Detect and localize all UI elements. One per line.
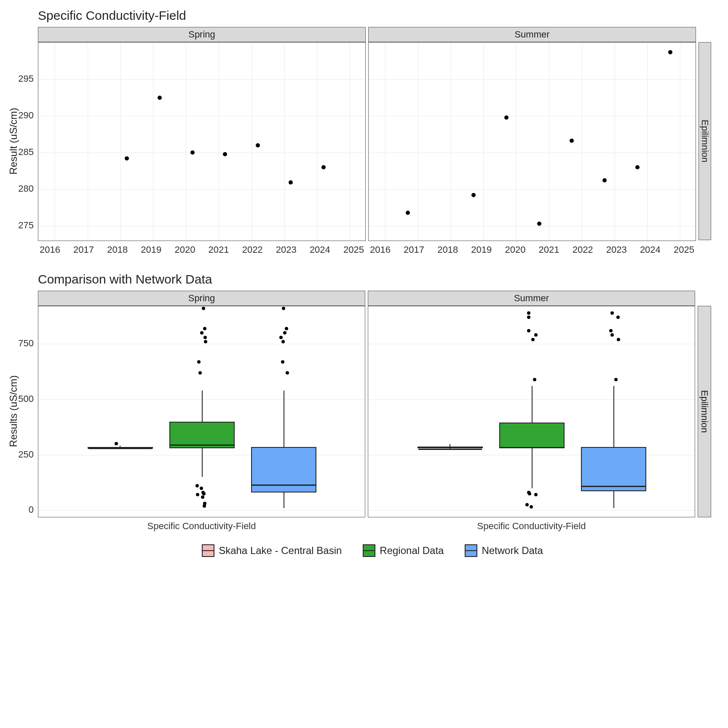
- x-tick: 2024: [310, 244, 330, 255]
- outlier-point: [609, 329, 613, 332]
- y-tick: 295: [18, 73, 34, 84]
- x-tick: 2016: [370, 244, 391, 255]
- legend-swatch: [202, 544, 214, 557]
- outlier-point: [200, 487, 203, 490]
- strip-right-top: Epilimnion: [699, 42, 711, 240]
- x-tick: 2025: [343, 244, 364, 255]
- box: [88, 447, 153, 449]
- scatter-point: [406, 211, 410, 215]
- scatter-panel: [368, 42, 696, 241]
- legend-label: Skaha Lake - Central Basin: [219, 545, 342, 557]
- y-tick: 290: [18, 110, 34, 121]
- x-tick: 2019: [141, 244, 161, 255]
- outlier-point: [531, 338, 535, 341]
- outlier-point: [203, 502, 206, 505]
- x-tick: 2022: [242, 244, 263, 255]
- box: [418, 447, 483, 448]
- scatter-point: [321, 165, 326, 169]
- x-tick: 2021: [209, 244, 229, 255]
- outlier-point: [200, 331, 203, 335]
- outlier-point: [614, 378, 618, 381]
- facet-header: Spring: [38, 291, 365, 306]
- top-facet-row: Spring 201620172018201920202021202220232…: [38, 27, 711, 255]
- outlier-point: [115, 442, 118, 445]
- outlier-point: [534, 493, 538, 496]
- top-facet-spring: Spring 201620172018201920202021202220232…: [38, 27, 366, 255]
- x-tick: 2021: [539, 244, 559, 255]
- legend: Skaha Lake - Central Basin Regional Data…: [34, 544, 711, 557]
- legend-item: Network Data: [465, 544, 543, 557]
- y-tick: 280: [18, 183, 34, 194]
- outlier-point: [201, 491, 205, 494]
- legend-item: Skaha Lake - Central Basin: [202, 544, 342, 557]
- scatter-point: [602, 178, 607, 182]
- x-axis-label: Specific Conductivity-Field: [368, 521, 695, 532]
- legend-label: Network Data: [482, 545, 543, 557]
- outlier-point: [527, 316, 530, 319]
- outlier-point: [525, 503, 529, 506]
- outlier-point: [281, 340, 285, 343]
- outlier-point: [617, 338, 620, 341]
- x-tick: 2023: [606, 244, 627, 255]
- scatter-point: [256, 143, 260, 147]
- outlier-point: [533, 378, 536, 381]
- outlier-point: [610, 333, 614, 337]
- strip-right-bottom: Epilimnion: [698, 306, 711, 517]
- x-tick: 2017: [73, 244, 94, 255]
- facet-header: Summer: [368, 27, 696, 42]
- x-tick: 2017: [404, 244, 424, 255]
- page: Specific Conductivity-Field Result (uS/c…: [0, 0, 728, 728]
- legend-item: Regional Data: [363, 544, 444, 557]
- legend-swatch: [363, 544, 375, 557]
- x-tick: 2025: [674, 244, 694, 255]
- chart-bottom-section: Comparison with Network Data Results (uS…: [34, 272, 711, 532]
- outlier-point: [281, 360, 284, 364]
- box: [581, 447, 646, 491]
- outlier-point: [203, 327, 206, 330]
- x-tick: 2016: [40, 244, 60, 255]
- outlier-point: [197, 360, 201, 364]
- outlier-point: [283, 331, 286, 335]
- y-axis-label-bottom: Results (uS/cm): [8, 375, 19, 447]
- outlier-point: [282, 307, 285, 310]
- bottom-facet-summer: Summer Specific Conductivity-Field: [368, 291, 695, 532]
- x-tick: 2018: [437, 244, 458, 255]
- y-tick: 275: [18, 220, 34, 231]
- scatter-point: [504, 115, 509, 120]
- bottom-facet-spring: Spring Specific Conductivity-Field 02505…: [38, 291, 365, 532]
- x-tick: 2019: [471, 244, 492, 255]
- x-tick: 2023: [276, 244, 297, 255]
- outlier-point: [201, 495, 204, 499]
- outlier-point: [198, 371, 202, 375]
- facet-header: Spring: [38, 27, 366, 42]
- chart-title-bottom: Comparison with Network Data: [38, 272, 711, 286]
- x-tick: 2024: [640, 244, 661, 255]
- y-tick: 500: [18, 393, 34, 404]
- scatter-point: [668, 50, 672, 54]
- outlier-point: [285, 327, 288, 330]
- legend-label: Regional Data: [380, 545, 444, 557]
- top-facet-summer: Summer 201620172018201920202021202220232…: [368, 27, 696, 255]
- boxplot-panel: [368, 306, 695, 517]
- outlier-point: [279, 336, 283, 339]
- outlier-point: [196, 493, 199, 496]
- x-tick: 2020: [174, 244, 195, 255]
- y-axis-label-top: Result (uS/cm): [8, 108, 19, 175]
- scatter-point: [289, 180, 293, 185]
- outlier-point: [534, 333, 538, 337]
- y-tick: 750: [18, 338, 34, 349]
- x-axis-ticks: 2016201720182019202020212022202320242025: [368, 244, 696, 255]
- scatter-point: [570, 139, 574, 143]
- outlier-point: [202, 307, 205, 310]
- scatter-point: [635, 165, 640, 169]
- chart-title-top: Specific Conductivity-Field: [38, 8, 711, 23]
- legend-swatch: [465, 544, 477, 557]
- outlier-point: [616, 316, 620, 319]
- box: [251, 447, 316, 492]
- scatter-panel: [38, 42, 366, 241]
- x-axis-ticks: 2016201720182019202020212022202320242025: [38, 244, 366, 255]
- scatter-point: [190, 150, 195, 155]
- y-tick: 0: [29, 504, 34, 515]
- y-tick: 250: [18, 449, 34, 460]
- outlier-point: [286, 371, 289, 375]
